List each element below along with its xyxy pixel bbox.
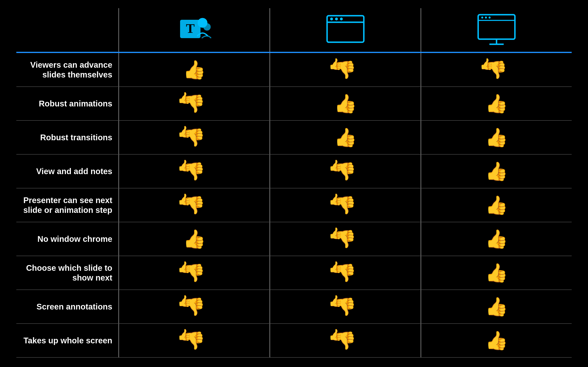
cell-teams: 👎 👍	[118, 121, 269, 154]
small-thumbs-up-icon: 👍	[177, 159, 191, 172]
small-thumbs-up-icon: 👍	[480, 58, 494, 71]
table-header: T	[16, 8, 572, 53]
thumbs-up-icon: 👍	[334, 128, 357, 147]
cell-teams: 👎 👍	[118, 324, 269, 357]
table-body: Viewers can advance slides themselves 👍 …	[16, 53, 572, 358]
thumbs-up-icon: 👍	[485, 196, 508, 214]
cell-teams: 👍	[118, 222, 269, 256]
thumbs-up-icon: 👍	[183, 230, 206, 248]
main-container: T	[0, 0, 588, 367]
cell-monitor: 👍	[421, 87, 572, 120]
table-row: View and add notes 👎 👍 👎 👍 👍	[16, 155, 572, 188]
cell-browser: 👎 👍	[269, 188, 421, 222]
row-label-text: Presenter can see next slide or animatio…	[16, 195, 112, 215]
column-header-teams: T	[118, 8, 269, 52]
cell-monitor: 👍	[421, 188, 572, 222]
row-label: View and add notes	[16, 155, 118, 188]
row-label-text: Robust transitions	[40, 133, 112, 142]
svg-point-8	[340, 17, 343, 20]
cell-monitor: 👍	[421, 256, 572, 290]
cell-teams: 👎 👍	[118, 290, 269, 323]
monitor-icon	[421, 8, 572, 52]
small-thumbs-up-icon: 👍	[329, 261, 343, 274]
cell-monitor: 👍	[421, 324, 572, 357]
cell-monitor: 👎 👍	[421, 53, 572, 86]
column-header-browser	[269, 8, 421, 52]
small-thumbs-up-icon: 👍	[177, 261, 191, 274]
svg-point-6	[330, 17, 333, 20]
small-thumbs-up-icon: 👍	[177, 91, 191, 105]
cell-browser: 👍	[269, 87, 421, 120]
thumbs-up-icon: 👍	[485, 331, 508, 350]
row-label-text: No window chrome	[37, 234, 112, 244]
column-header-monitor	[421, 8, 572, 52]
table-row: No window chrome 👍 👎 👍 👍	[16, 222, 572, 256]
row-label: Takes up whole screen	[16, 324, 118, 357]
row-label-text: Takes up whole screen	[24, 336, 112, 345]
comparison-table: T	[16, 8, 572, 359]
thumbs-up-icon: 👍	[485, 230, 508, 248]
browser-icon	[270, 8, 421, 52]
cell-teams: 👎 👍	[118, 155, 269, 188]
row-label-text: Choose which slide to show next	[16, 263, 112, 283]
row-label: Robust animations	[16, 87, 118, 120]
svg-text:T: T	[186, 21, 195, 36]
row-label: Choose which slide to show next	[16, 256, 118, 290]
row-label-text: View and add notes	[36, 166, 112, 176]
row-label: No window chrome	[16, 222, 118, 256]
small-thumbs-up-icon: 👍	[329, 227, 343, 240]
table-row: Takes up whole screen 👎 👍 👎 👍 👍	[16, 324, 572, 358]
row-label-text: Screen annotations	[36, 302, 112, 312]
svg-rect-9	[478, 15, 515, 39]
small-thumbs-up-icon: 👍	[177, 328, 191, 342]
row-label-text: Robust animations	[39, 99, 112, 108]
cell-monitor: 👍	[421, 155, 572, 188]
cell-monitor: 👍	[421, 222, 572, 256]
table-row: Choose which slide to show next 👎 👍 👎 👍 …	[16, 256, 572, 290]
cell-browser: 👍	[269, 121, 421, 154]
svg-point-14	[485, 17, 487, 18]
cell-teams: 👍	[118, 53, 269, 86]
cell-browser: 👎 👍	[269, 324, 421, 357]
thumbs-up-icon: 👍	[485, 264, 508, 282]
cell-browser: 👎 👍	[269, 256, 421, 290]
row-label: Viewers can advance slides themselves	[16, 53, 118, 86]
small-thumbs-up-icon: 👍	[329, 159, 343, 172]
row-label: Robust transitions	[16, 121, 118, 154]
row-label: Screen annotations	[16, 290, 118, 323]
cell-teams: 👎 👍	[118, 87, 269, 120]
thumbs-up-icon: 👍	[485, 128, 508, 147]
table-row: Robust animations 👎 👍 👍 👍	[16, 87, 572, 121]
cell-browser: 👎 👍	[269, 290, 421, 323]
table-row: Screen annotations 👎 👍 👎 👍 👍	[16, 290, 572, 324]
table-row: Viewers can advance slides themselves 👍 …	[16, 53, 572, 87]
cell-teams: 👎 👍	[118, 188, 269, 222]
thumbs-up-icon: 👍	[183, 60, 206, 79]
svg-point-15	[489, 17, 491, 18]
cell-monitor: 👍	[421, 290, 572, 323]
small-thumbs-up-icon: 👍	[329, 294, 343, 308]
cell-teams: 👎 👍	[118, 256, 269, 290]
cell-browser: 👎 👍	[269, 222, 421, 256]
small-thumbs-up-icon: 👍	[177, 294, 191, 308]
table-row: Presenter can see next slide or animatio…	[16, 188, 572, 222]
thumbs-up-icon: 👍	[334, 94, 357, 113]
small-thumbs-up-icon: 👍	[177, 193, 191, 206]
thumbs-up-icon: 👍	[485, 94, 508, 113]
svg-point-13	[481, 17, 483, 18]
cell-monitor: 👍	[421, 121, 572, 154]
row-label: Presenter can see next slide or animatio…	[16, 188, 118, 222]
row-label-text: Viewers can advance slides themselves	[16, 60, 112, 80]
small-thumbs-up-icon: 👍	[329, 328, 343, 342]
table-row: Robust transitions 👎 👍 👍 👍	[16, 121, 572, 155]
cell-browser: 👎 👍	[269, 155, 421, 188]
thumbs-up-icon: 👍	[485, 162, 508, 180]
small-thumbs-up-icon: 👍	[329, 193, 343, 206]
svg-point-3	[203, 23, 211, 31]
small-thumbs-up-icon: 👍	[177, 125, 191, 138]
small-thumbs-up-icon: 👍	[329, 58, 343, 71]
svg-point-7	[335, 17, 338, 20]
cell-browser: 👎 👍	[269, 53, 421, 86]
header-label-col	[16, 8, 118, 52]
thumbs-up-icon: 👍	[485, 298, 508, 316]
